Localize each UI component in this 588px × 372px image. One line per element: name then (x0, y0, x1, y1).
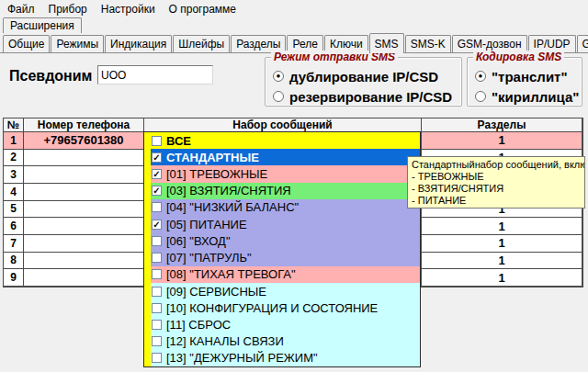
radio-button-icon[interactable]: ● (273, 71, 284, 82)
column-header-num: № (4, 118, 24, 132)
tooltip: Стандартныйнабор сообщений, включае - ТР… (407, 156, 585, 209)
checkbox-icon[interactable] (152, 269, 162, 279)
message-set-option-07[interactable]: [07] "ПАТРУЛЬ" (144, 250, 420, 266)
column-header-sections: Разделы (422, 118, 582, 132)
message-set-label: [05] ПИТАНИЕ (162, 218, 247, 231)
sections-cell[interactable]: 1 (422, 235, 582, 253)
message-set-option-11[interactable]: [11] СБРОС (144, 316, 420, 333)
sections-cell[interactable]: 1 (422, 269, 582, 287)
message-set-label: СТАНДАРТНЫЕ (162, 151, 259, 164)
radio-button-icon[interactable] (475, 91, 486, 102)
menu-item-settings[interactable]: Настройки (101, 3, 155, 16)
row-number[interactable]: 2 (4, 150, 24, 167)
checkbox-icon[interactable]: ✓ (152, 169, 162, 179)
checkbox-icon[interactable] (152, 303, 162, 313)
message-set-label: [08] "ТИХАЯ ТРЕВОГА" (162, 267, 296, 281)
sections-cell[interactable]: 1 (422, 132, 582, 150)
checkbox-icon[interactable] (152, 202, 162, 212)
radio-reservation-ip-csd[interactable]: резервирование IP/CSD (273, 87, 461, 106)
phone-cell[interactable] (24, 184, 144, 201)
row-number[interactable]: 3 (4, 166, 24, 184)
checkbox-strip (144, 232, 151, 249)
checkbox-icon[interactable]: ✓ (152, 152, 162, 163)
message-set-label: [09] СЕРВИСНЫЕ (162, 285, 266, 299)
message-set-option-05[interactable]: ✓ [05] ПИТАНИЕ (144, 216, 420, 232)
row-number[interactable]: 1 (4, 132, 24, 150)
message-set-label: [01] ТРЕВОЖНЫЕ (162, 167, 267, 181)
menu-bar: Файл Прибор Настройки О программе (0, 0, 588, 17)
tab-rezhimy[interactable]: Режимы (51, 35, 104, 52)
checkbox-icon[interactable] (152, 253, 162, 263)
message-set-option-01[interactable]: ✓ [01] ТРЕВОЖНЫЕ (144, 165, 420, 182)
radio-translit[interactable]: ● "транслит" (475, 67, 582, 85)
checkbox-strip (144, 216, 151, 232)
tab-sms[interactable]: SMS (369, 33, 404, 53)
message-set-option-standard[interactable]: ✓ СТАНДАРТНЫЕ (144, 149, 420, 165)
column-header-messages: Набор сообщений (144, 118, 422, 132)
radio-duplication-ip-csd[interactable]: ● дублирование IP/CSD (273, 67, 461, 85)
row-number[interactable]: 9 (4, 269, 24, 287)
message-set-option-06[interactable]: [06] "ВХОД" (144, 232, 420, 249)
checkbox-strip (144, 316, 151, 333)
checkbox-strip (144, 132, 151, 149)
tab-indikaciya[interactable]: Индикация (105, 35, 172, 52)
message-set-option-all[interactable]: ВСЕ (144, 132, 420, 149)
tooltip-title: Стандартныйнабор сообщений, включае (412, 159, 581, 171)
sections-cell[interactable]: 1 (422, 253, 582, 270)
message-set-label: [04] "НИЗКИЙ БАЛАНС" (162, 200, 299, 214)
tab-gprs[interactable]: GPRS (577, 35, 588, 52)
message-set-label: [12] КАНАЛЫ СВЯЗИ (162, 334, 284, 348)
send-mode-group: Режим отправки SMS ● дублирование IP/CSD… (265, 57, 462, 107)
checkbox-icon[interactable] (152, 336, 162, 346)
checkbox-icon[interactable] (152, 236, 162, 246)
message-set-label: [10] КОНФИГУРАЦИЯ И СОСТОЯНИЕ (162, 301, 378, 315)
phone-cell[interactable] (24, 235, 144, 253)
row-number[interactable]: 5 (4, 201, 24, 219)
checkbox-icon[interactable] (152, 353, 162, 363)
radio-label: дублирование IP/CSD (289, 69, 438, 85)
message-set-option-09[interactable]: [09] СЕРВИСНЫЕ (144, 283, 420, 299)
message-set-label: [13] "ДЕЖУРНЫЙ РЕЖИМ" (162, 351, 318, 365)
checkbox-icon[interactable] (152, 320, 162, 330)
radio-button-icon[interactable]: ● (475, 71, 486, 82)
phone-cell[interactable]: +79657601380 (24, 132, 144, 150)
message-set-option-04[interactable]: [04] "НИЗКИЙ БАЛАНС" (144, 199, 420, 216)
checkbox-icon[interactable] (152, 136, 162, 146)
sections-cell[interactable]: 1 (422, 218, 582, 235)
tab-shleyfy[interactable]: Шлейфы (173, 35, 230, 52)
message-set-option-13[interactable]: [13] "ДЕЖУРНЫЙ РЕЖИМ" (144, 350, 420, 366)
tab-obshchie[interactable]: Общие (3, 35, 50, 52)
message-set-option-12[interactable]: [12] КАНАЛЫ СВЯЗИ (144, 333, 420, 350)
tooltip-line: - ВЗЯТИЯ/СНЯТИЯ (412, 183, 581, 195)
phone-cell[interactable] (24, 201, 144, 219)
phone-cell[interactable] (24, 253, 144, 270)
message-set-option-03[interactable]: ✓ [03] ВЗЯТИЯ/СНЯТИЯ (144, 183, 420, 199)
message-set-option-08[interactable]: [08] "ТИХАЯ ТРЕВОГА" (144, 266, 420, 283)
checkbox-icon[interactable]: ✓ (152, 186, 162, 196)
row-number[interactable]: 4 (4, 184, 24, 201)
pseudonym-label: Псевдоним : (9, 68, 101, 85)
checkbox-strip (144, 299, 151, 316)
tab-sms-k[interactable]: SMS-K (405, 35, 451, 52)
phone-cell[interactable] (24, 166, 144, 184)
checkbox-strip (144, 165, 151, 182)
checkbox-strip (144, 183, 151, 199)
checkbox-icon[interactable]: ✓ (152, 220, 162, 230)
message-set-option-10[interactable]: [10] КОНФИГУРАЦИЯ И СОСТОЯНИЕ (144, 299, 420, 316)
radio-button-icon[interactable] (273, 91, 284, 102)
encoding-group-title: Кодировка SMS (473, 51, 564, 63)
row-number[interactable]: 8 (4, 253, 24, 270)
row-number[interactable]: 6 (4, 218, 24, 235)
checkbox-strip (144, 333, 151, 350)
checkbox-icon[interactable] (152, 287, 162, 297)
radio-cyrillic[interactable]: "кириллица" (475, 87, 582, 106)
phone-cell[interactable] (24, 269, 144, 287)
menu-item-about[interactable]: О программе (169, 3, 236, 16)
menu-item-device[interactable]: Прибор (49, 3, 87, 16)
phone-cell[interactable] (24, 218, 144, 235)
menu-item-file[interactable]: Файл (7, 3, 35, 16)
tab-extensions[interactable]: Расширения (3, 17, 82, 33)
phone-cell[interactable] (24, 150, 144, 167)
pseudonym-input[interactable] (97, 65, 213, 85)
row-number[interactable]: 7 (4, 235, 24, 253)
